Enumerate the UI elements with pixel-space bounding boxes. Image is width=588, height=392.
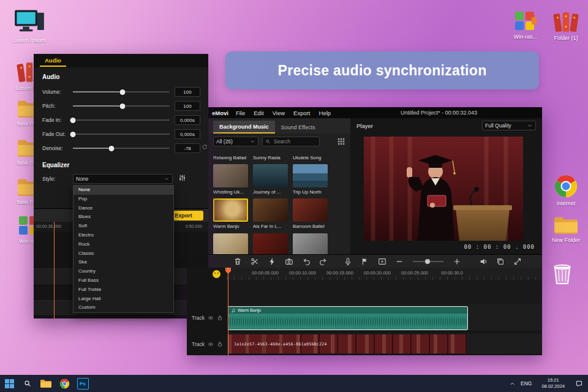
- playhead-line[interactable]: [228, 268, 228, 355]
- track-thumb-warm-banjo-selected[interactable]: [213, 198, 248, 222]
- zoom-in-icon[interactable]: [453, 257, 461, 266]
- style-option[interactable]: Large Hall: [74, 295, 173, 304]
- tray-caret-icon[interactable]: [509, 380, 516, 387]
- taskbar-photoshop-button[interactable]: Ps: [74, 375, 92, 392]
- track-thumb-als-far[interactable]: [253, 198, 288, 222]
- desktop-icon-new-folder-right[interactable]: New Folder: [544, 214, 588, 243]
- menu-export[interactable]: Export: [293, 110, 310, 116]
- style-option[interactable]: Rock: [74, 240, 173, 249]
- video-clip[interactable]: 1a1e2e57-4563-460e-a456-861a0560c224: [228, 334, 467, 353]
- track-thumb[interactable]: [213, 233, 248, 254]
- track-thumb-journey[interactable]: [253, 164, 288, 187]
- slider-handle[interactable]: [119, 89, 125, 95]
- style-option[interactable]: Full Bass: [74, 276, 173, 285]
- record-voice-icon[interactable]: [344, 257, 352, 266]
- pitch-slider[interactable]: [73, 105, 170, 107]
- desktop-icon-computer[interactable]: Lorem Ipsum: [7, 9, 51, 43]
- reset-icon[interactable]: [202, 144, 208, 150]
- style-option[interactable]: Pop: [74, 195, 173, 204]
- zoom-slider[interactable]: [413, 261, 443, 262]
- track-thumb-barroom-ballet[interactable]: [293, 198, 328, 222]
- style-option[interactable]: Electro: [74, 231, 173, 240]
- snapshot-icon[interactable]: [285, 257, 293, 266]
- language-indicator[interactable]: ENG: [521, 380, 532, 386]
- photoshop-icon: Ps: [77, 378, 89, 390]
- audio-clip-warm-banjo[interactable]: Warm Banjo: [228, 306, 468, 330]
- eye-icon[interactable]: [208, 315, 214, 321]
- tab-sound-effects[interactable]: Sound Effects: [275, 121, 322, 134]
- denoise-slider[interactable]: [73, 148, 170, 149]
- zoom-out-icon[interactable]: [395, 257, 404, 266]
- search-input[interactable]: [273, 138, 317, 145]
- volume-slider[interactable]: [73, 91, 170, 92]
- eye-icon[interactable]: [208, 341, 214, 347]
- grid-view-icon[interactable]: [337, 137, 345, 146]
- fade-out-value[interactable]: 0,000s: [175, 129, 200, 139]
- category-dropdown[interactable]: All (25): [213, 137, 258, 146]
- start-button[interactable]: [0, 375, 18, 392]
- split-icon[interactable]: [268, 257, 276, 266]
- marker-icon[interactable]: [361, 257, 369, 266]
- taskbar-search-button[interactable]: [18, 375, 37, 392]
- denoise-value[interactable]: -78: [175, 143, 200, 153]
- style-option[interactable]: None: [74, 186, 173, 195]
- volume-icon[interactable]: [479, 257, 488, 266]
- taskbar-clock[interactable]: 15:21 08.02.2024: [541, 377, 565, 390]
- style-option[interactable]: Custom: [74, 303, 173, 312]
- pitch-value[interactable]: 100: [175, 101, 200, 111]
- slider-handle[interactable]: [70, 132, 76, 137]
- track-thumb[interactable]: [293, 233, 328, 254]
- undo-icon[interactable]: [302, 257, 311, 266]
- desktop-icon-winrar-top[interactable]: Win-ras...: [503, 10, 548, 40]
- slider-handle[interactable]: [109, 146, 115, 151]
- quality-dropdown[interactable]: Full Quality: [482, 121, 536, 130]
- add-frame-icon[interactable]: [378, 257, 386, 266]
- action-center-button[interactable]: [570, 375, 588, 392]
- equalizer-style-dropdown[interactable]: None: [73, 174, 173, 184]
- fullscreen-icon[interactable]: [513, 257, 522, 266]
- fade-in-value[interactable]: 0,000s: [175, 115, 200, 125]
- recycle-bin-icon: [551, 261, 573, 285]
- fade-in-slider[interactable]: [73, 119, 170, 121]
- equalizer-icon[interactable]: [178, 174, 186, 182]
- cut-icon[interactable]: [251, 257, 259, 266]
- redo-icon[interactable]: [319, 257, 328, 266]
- menu-help[interactable]: Help: [319, 110, 331, 116]
- fade-out-slider[interactable]: [73, 134, 170, 135]
- style-option[interactable]: Classic: [74, 249, 173, 258]
- lock-icon[interactable]: [217, 315, 223, 321]
- ruler-time: 0:50.000: [186, 224, 202, 228]
- promo-banner: Precise audio synchronization: [225, 51, 539, 89]
- taskbar-explorer-button[interactable]: [37, 375, 55, 392]
- menu-edit[interactable]: Edit: [254, 110, 263, 116]
- desktop-icon-internet[interactable]: Internet: [544, 174, 588, 206]
- menu-view[interactable]: View: [273, 110, 285, 116]
- track-thumb[interactable]: [253, 233, 288, 254]
- volume-value[interactable]: 100: [175, 87, 200, 97]
- style-option[interactable]: Full Treble: [74, 285, 173, 295]
- menu-file[interactable]: File: [236, 110, 245, 116]
- track-thumb-whistling[interactable]: [213, 164, 248, 187]
- sticker-icon[interactable]: [213, 270, 221, 278]
- slider-handle[interactable]: [70, 118, 76, 123]
- style-option[interactable]: Blues: [74, 213, 173, 222]
- style-option[interactable]: Soft: [74, 222, 173, 231]
- lock-icon[interactable]: [217, 341, 223, 347]
- track-thumb-trip-up-north[interactable]: [293, 164, 328, 187]
- section-audio: Audio: [42, 74, 59, 80]
- tab-background-music[interactable]: Background Music: [213, 121, 275, 134]
- delete-icon[interactable]: [233, 257, 242, 266]
- style-option[interactable]: Country: [74, 267, 173, 276]
- style-option[interactable]: Ska: [74, 258, 173, 267]
- slider-handle[interactable]: [119, 104, 125, 109]
- tab-audio[interactable]: Audio: [40, 55, 66, 67]
- style-option[interactable]: Dance: [74, 204, 173, 213]
- zoom-slider-handle[interactable]: [425, 259, 430, 264]
- fade-in-label: Fade In:: [42, 117, 61, 123]
- desktop-icon-recycle-bin[interactable]: [549, 261, 576, 285]
- taskbar-chrome-button[interactable]: [55, 375, 74, 392]
- duplicate-icon[interactable]: [496, 257, 505, 266]
- red-binders-icon: [552, 10, 580, 33]
- desktop-icon-folder-1[interactable]: Folder (1): [544, 10, 588, 41]
- search-box[interactable]: [262, 137, 320, 146]
